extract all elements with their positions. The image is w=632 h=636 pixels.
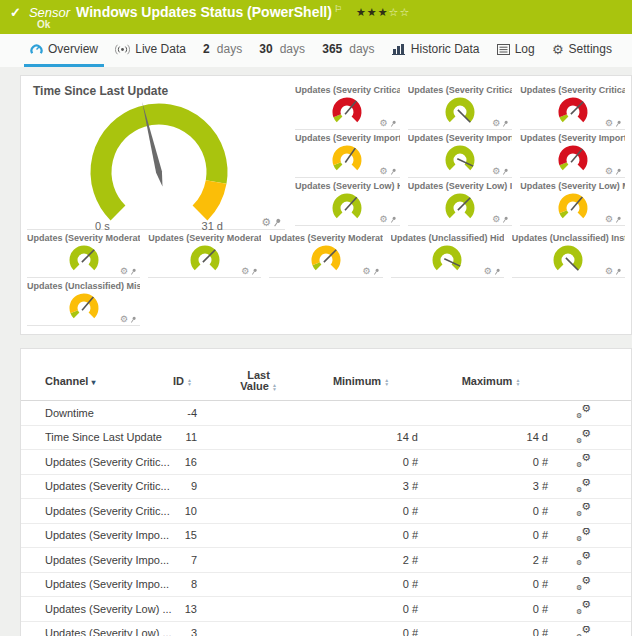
gauge-cell[interactable]: Updates (Severity Critical) Mi...⚙: [520, 82, 625, 130]
channel-settings-icon[interactable]: ⚙⚙: [576, 626, 591, 636]
pin-icon[interactable]: [502, 216, 509, 224]
channel-gauge[interactable]: [551, 191, 595, 221]
col-header-maximum[interactable]: Maximum▲▼: [426, 375, 556, 387]
pin-icon[interactable]: [130, 316, 137, 324]
channel-gauge[interactable]: [325, 95, 369, 125]
channel-gauge[interactable]: [183, 243, 227, 273]
gauge-cell[interactable]: Updates (Severity Moderate) ...⚙: [27, 230, 140, 278]
channel-gauge[interactable]: [425, 243, 469, 273]
gear-icon[interactable]: ⚙: [484, 267, 492, 276]
channel-gauge[interactable]: [551, 95, 595, 125]
channel-gauge[interactable]: [62, 291, 106, 321]
stars-filled[interactable]: ★★★: [356, 6, 389, 18]
tab-live-data[interactable]: Live Data: [109, 34, 192, 67]
pin-icon[interactable]: [502, 120, 509, 128]
gear-icon[interactable]: ⚙: [492, 167, 500, 176]
channel-id: 7: [173, 554, 221, 566]
pin-icon[interactable]: [615, 120, 622, 128]
gauge-cell[interactable]: Updates (Unclassified) Hidden⚙: [391, 230, 504, 278]
channel-settings-icon[interactable]: ⚙⚙: [576, 528, 591, 541]
tab-30-days[interactable]: 30 days: [253, 34, 311, 67]
gear-icon[interactable]: ⚙: [380, 167, 388, 176]
gear-icon[interactable]: ⚙: [605, 267, 613, 276]
channel-gauge[interactable]: [438, 143, 482, 173]
main-gauge-cell[interactable]: Time Since Last Update 0 s 31 d ⚙: [27, 82, 285, 230]
channel-gauge[interactable]: [438, 95, 482, 125]
flag-icon[interactable]: ⚐: [334, 4, 342, 14]
tab-overview[interactable]: Overview: [24, 34, 104, 67]
channel-settings-icon[interactable]: ⚙⚙: [576, 552, 591, 565]
gauge-cell[interactable]: Updates (Severity Important) ...⚙: [408, 130, 513, 178]
pin-icon[interactable]: [130, 268, 137, 276]
pin-icon[interactable]: [273, 218, 282, 228]
channel-gauge[interactable]: [325, 191, 369, 221]
pin-icon[interactable]: [502, 168, 509, 176]
gauge-cell[interactable]: Updates (Severity Low) Missi...⚙: [520, 178, 625, 226]
pin-icon[interactable]: [390, 120, 397, 128]
gear-icon[interactable]: ⚙: [120, 267, 128, 276]
stars-empty[interactable]: ☆☆: [389, 6, 411, 18]
channel-name: Updates (Severity Low) ...: [45, 603, 173, 615]
gauge-cell[interactable]: Updates (Severity Moderate)...⚙: [269, 230, 382, 278]
gear-icon[interactable]: ⚙: [380, 215, 388, 224]
col-header-channel[interactable]: Channel▾: [45, 375, 173, 387]
channel-gauge[interactable]: [438, 191, 482, 221]
gauge-cell[interactable]: Updates (Severity Critical) Ins...⚙: [408, 82, 513, 130]
channel-settings-icon[interactable]: ⚙⚙: [576, 430, 591, 443]
sorted-desc-icon[interactable]: ▾: [91, 378, 95, 387]
channel-gauge[interactable]: [62, 243, 106, 273]
gauge-cell[interactable]: Updates (Severity Important) ...⚙: [295, 130, 400, 178]
gear-icon[interactable]: ⚙: [492, 215, 500, 224]
pin-icon[interactable]: [373, 268, 380, 276]
tab-settings[interactable]: ⚙ Settings: [546, 34, 618, 67]
gauge-cell[interactable]: Updates (Severity Critical) Hi...⚙: [295, 82, 400, 130]
tab-2-days[interactable]: 2 days: [197, 34, 248, 67]
gear-icon[interactable]: ⚙: [605, 119, 613, 128]
gear-icon[interactable]: ⚙: [605, 215, 613, 224]
pin-icon[interactable]: [615, 216, 622, 224]
gauge-cell[interactable]: Updates (Unclassified) Install...⚙: [512, 230, 625, 278]
pin-icon[interactable]: [615, 268, 622, 276]
channel-name: Updates (Severity Impo...: [45, 578, 173, 590]
channel-settings-icon[interactable]: ⚙⚙: [576, 479, 591, 492]
gauge-cell[interactable]: Updates (Severity Moderate) I...⚙: [148, 230, 261, 278]
gear-icon[interactable]: ⚙: [492, 119, 500, 128]
gauge-title: Updates (Unclassified) Missing: [27, 281, 140, 291]
channel-gauge[interactable]: [304, 243, 348, 273]
channel-gauge[interactable]: [551, 143, 595, 173]
channel-minimum: 0 #: [296, 529, 426, 541]
channel-maximum: 0 #: [426, 627, 556, 636]
channel-settings-icon[interactable]: ⚙⚙: [576, 577, 591, 590]
gauge-cell[interactable]: Updates (Severity Low) Install...⚙: [408, 178, 513, 226]
channel-settings-icon[interactable]: ⚙⚙: [576, 503, 591, 516]
gear-icon[interactable]: ⚙: [605, 167, 613, 176]
gauge-cell[interactable]: Updates (Unclassified) Missing⚙: [27, 278, 140, 326]
channel-gauge[interactable]: [546, 243, 590, 273]
col-header-last-value[interactable]: Last Value▲▼: [221, 370, 296, 392]
pin-icon[interactable]: [390, 168, 397, 176]
pin-icon[interactable]: [390, 216, 397, 224]
channel-maximum: 0 #: [426, 529, 556, 541]
gear-icon[interactable]: ⚙: [261, 217, 271, 228]
gear-icon[interactable]: ⚙: [241, 267, 249, 276]
channel-settings-icon[interactable]: ⚙⚙: [576, 454, 591, 467]
tab-historic-data[interactable]: Historic Data: [386, 34, 486, 67]
tab-365-days[interactable]: 365 days: [316, 34, 380, 67]
pin-icon[interactable]: [615, 168, 622, 176]
gauge-cell[interactable]: Updates (Severity Low) Hidden⚙: [295, 178, 400, 226]
channel-maximum: 0 #: [426, 456, 556, 468]
gear-icon[interactable]: ⚙: [380, 119, 388, 128]
pin-icon[interactable]: [494, 268, 501, 276]
col-header-id[interactable]: ID▲▼: [173, 375, 221, 387]
channel-gauge[interactable]: [325, 143, 369, 173]
priority-stars[interactable]: ★★★☆☆: [356, 6, 410, 19]
channel-settings-icon[interactable]: ⚙⚙: [576, 601, 591, 614]
channel-settings-icon[interactable]: ⚙⚙: [576, 405, 591, 418]
time-since-last-update-gauge[interactable]: [71, 94, 247, 234]
gear-icon[interactable]: ⚙: [120, 315, 128, 324]
pin-icon[interactable]: [251, 268, 258, 276]
gear-icon[interactable]: ⚙: [363, 267, 371, 276]
col-header-minimum[interactable]: Minimum▲▼: [296, 375, 426, 387]
gauge-cell[interactable]: Updates (Severity Important) ...⚙: [520, 130, 625, 178]
tab-log[interactable]: Log: [491, 34, 541, 67]
